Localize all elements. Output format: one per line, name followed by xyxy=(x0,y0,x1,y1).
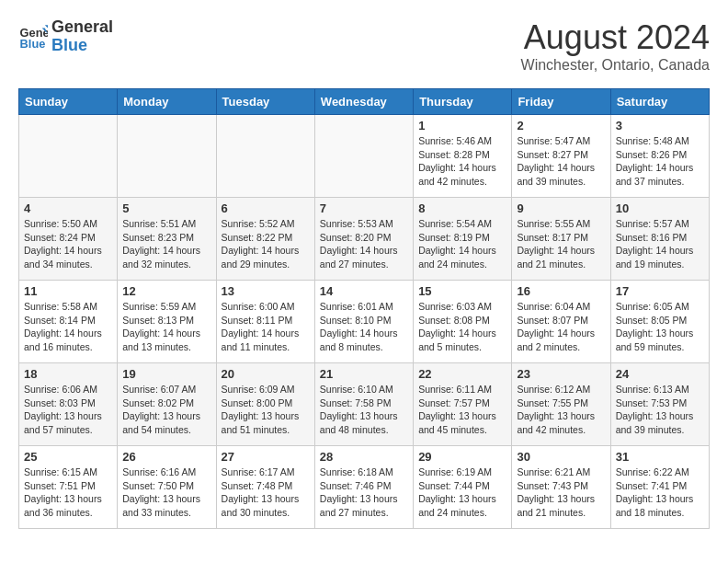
calendar-cell: 18Sunrise: 6:06 AMSunset: 8:03 PMDayligh… xyxy=(19,363,118,446)
logo: General Blue General Blue xyxy=(18,18,113,55)
location-text: Winchester, Ontario, Canada xyxy=(521,57,710,74)
day-info: Sunrise: 6:13 AMSunset: 7:53 PMDaylight:… xyxy=(616,383,704,437)
day-info: Sunrise: 6:12 AMSunset: 7:55 PMDaylight:… xyxy=(517,383,605,437)
day-info: Sunrise: 5:59 AMSunset: 8:13 PMDaylight:… xyxy=(122,300,210,354)
calendar-cell: 17Sunrise: 6:05 AMSunset: 8:05 PMDayligh… xyxy=(610,281,709,363)
page-header: General Blue General Blue August 2024 Wi… xyxy=(18,18,710,74)
day-number: 20 xyxy=(222,367,310,381)
logo-icon: General Blue xyxy=(18,22,48,52)
day-number: 30 xyxy=(517,450,605,464)
calendar-cell: 24Sunrise: 6:13 AMSunset: 7:53 PMDayligh… xyxy=(610,363,709,446)
day-number: 31 xyxy=(616,450,704,464)
day-number: 3 xyxy=(616,119,704,132)
calendar-cell: 9Sunrise: 5:55 AMSunset: 8:17 PMDaylight… xyxy=(512,198,610,281)
calendar-cell: 31Sunrise: 6:22 AMSunset: 7:41 PMDayligh… xyxy=(610,446,709,529)
day-header-sunday: Sunday xyxy=(19,89,118,115)
day-number: 4 xyxy=(24,201,112,215)
day-info: Sunrise: 6:11 AMSunset: 7:57 PMDaylight:… xyxy=(418,383,506,437)
day-info: Sunrise: 6:06 AMSunset: 8:03 PMDaylight:… xyxy=(24,383,112,437)
calendar-cell xyxy=(19,115,118,198)
day-info: Sunrise: 5:50 AMSunset: 8:24 PMDaylight:… xyxy=(24,217,112,271)
day-info: Sunrise: 6:04 AMSunset: 8:07 PMDaylight:… xyxy=(517,300,605,354)
calendar-cell: 15Sunrise: 6:03 AMSunset: 8:08 PMDayligh… xyxy=(414,281,512,363)
calendar-cell: 16Sunrise: 6:04 AMSunset: 8:07 PMDayligh… xyxy=(512,281,610,363)
calendar-week-3: 11Sunrise: 5:58 AMSunset: 8:14 PMDayligh… xyxy=(19,281,710,363)
day-info: Sunrise: 6:10 AMSunset: 7:58 PMDaylight:… xyxy=(320,383,408,437)
calendar-cell: 21Sunrise: 6:10 AMSunset: 7:58 PMDayligh… xyxy=(314,363,413,446)
calendar-cell: 25Sunrise: 6:15 AMSunset: 7:51 PMDayligh… xyxy=(19,446,118,529)
calendar-cell xyxy=(118,115,216,198)
day-number: 11 xyxy=(24,284,112,298)
calendar-cell: 28Sunrise: 6:18 AMSunset: 7:46 PMDayligh… xyxy=(314,446,413,529)
day-number: 15 xyxy=(418,284,506,298)
day-number: 22 xyxy=(418,367,506,381)
day-number: 1 xyxy=(418,119,506,132)
day-info: Sunrise: 5:51 AMSunset: 8:23 PMDaylight:… xyxy=(122,217,210,271)
day-number: 9 xyxy=(517,201,605,215)
day-info: Sunrise: 5:57 AMSunset: 8:16 PMDaylight:… xyxy=(616,217,704,271)
month-year-title: August 2024 xyxy=(521,18,710,57)
calendar-cell: 23Sunrise: 6:12 AMSunset: 7:55 PMDayligh… xyxy=(512,363,610,446)
day-number: 29 xyxy=(418,450,506,464)
day-info: Sunrise: 6:03 AMSunset: 8:08 PMDaylight:… xyxy=(418,300,506,354)
day-number: 13 xyxy=(222,284,310,298)
day-number: 19 xyxy=(122,367,210,381)
calendar-cell: 7Sunrise: 5:53 AMSunset: 8:20 PMDaylight… xyxy=(314,198,413,281)
calendar-cell: 20Sunrise: 6:09 AMSunset: 8:00 PMDayligh… xyxy=(216,363,314,446)
day-number: 28 xyxy=(320,450,408,464)
day-info: Sunrise: 5:52 AMSunset: 8:22 PMDaylight:… xyxy=(222,217,310,271)
day-number: 16 xyxy=(517,284,605,298)
calendar-cell: 14Sunrise: 6:01 AMSunset: 8:10 PMDayligh… xyxy=(314,281,413,363)
day-number: 7 xyxy=(320,201,408,215)
day-number: 25 xyxy=(24,450,112,464)
day-info: Sunrise: 6:16 AMSunset: 7:50 PMDaylight:… xyxy=(122,465,210,520)
day-number: 26 xyxy=(122,450,210,464)
day-number: 5 xyxy=(122,201,210,215)
day-info: Sunrise: 6:19 AMSunset: 7:44 PMDaylight:… xyxy=(418,465,506,520)
calendar-cell: 12Sunrise: 5:59 AMSunset: 8:13 PMDayligh… xyxy=(118,281,216,363)
calendar-week-4: 18Sunrise: 6:06 AMSunset: 8:03 PMDayligh… xyxy=(19,363,710,446)
calendar-cell: 5Sunrise: 5:51 AMSunset: 8:23 PMDaylight… xyxy=(118,198,216,281)
day-number: 14 xyxy=(320,284,408,298)
calendar-cell: 27Sunrise: 6:17 AMSunset: 7:48 PMDayligh… xyxy=(216,446,314,529)
calendar-cell: 6Sunrise: 5:52 AMSunset: 8:22 PMDaylight… xyxy=(216,198,314,281)
day-number: 24 xyxy=(616,367,704,381)
calendar-cell xyxy=(216,115,314,198)
calendar-cell: 22Sunrise: 6:11 AMSunset: 7:57 PMDayligh… xyxy=(414,363,512,446)
day-info: Sunrise: 5:48 AMSunset: 8:26 PMDaylight:… xyxy=(616,134,704,189)
calendar-cell: 3Sunrise: 5:48 AMSunset: 8:26 PMDaylight… xyxy=(610,115,709,198)
calendar-cell: 30Sunrise: 6:21 AMSunset: 7:43 PMDayligh… xyxy=(512,446,610,529)
day-info: Sunrise: 5:55 AMSunset: 8:17 PMDaylight:… xyxy=(517,217,605,271)
svg-text:Blue: Blue xyxy=(20,37,46,51)
day-number: 17 xyxy=(616,284,704,298)
day-info: Sunrise: 5:47 AMSunset: 8:27 PMDaylight:… xyxy=(517,134,605,189)
day-info: Sunrise: 6:01 AMSunset: 8:10 PMDaylight:… xyxy=(320,300,408,354)
calendar-cell: 19Sunrise: 6:07 AMSunset: 8:02 PMDayligh… xyxy=(118,363,216,446)
calendar-cell: 10Sunrise: 5:57 AMSunset: 8:16 PMDayligh… xyxy=(610,198,709,281)
day-header-wednesday: Wednesday xyxy=(314,89,413,115)
logo-blue-text: Blue xyxy=(51,37,113,55)
day-number: 2 xyxy=(517,119,605,132)
calendar-cell: 8Sunrise: 5:54 AMSunset: 8:19 PMDaylight… xyxy=(414,198,512,281)
day-header-tuesday: Tuesday xyxy=(216,89,314,115)
day-number: 12 xyxy=(122,284,210,298)
day-info: Sunrise: 5:58 AMSunset: 8:14 PMDaylight:… xyxy=(24,300,112,354)
day-info: Sunrise: 6:00 AMSunset: 8:11 PMDaylight:… xyxy=(222,300,310,354)
day-header-saturday: Saturday xyxy=(610,89,709,115)
logo-text: General Blue xyxy=(51,18,113,55)
day-number: 6 xyxy=(222,201,310,215)
logo-general-text: General xyxy=(51,18,113,37)
day-info: Sunrise: 6:07 AMSunset: 8:02 PMDaylight:… xyxy=(122,383,210,437)
day-info: Sunrise: 6:15 AMSunset: 7:51 PMDaylight:… xyxy=(24,465,112,520)
day-info: Sunrise: 6:18 AMSunset: 7:46 PMDaylight:… xyxy=(320,465,408,520)
header-row: SundayMondayTuesdayWednesdayThursdayFrid… xyxy=(19,89,710,115)
day-info: Sunrise: 6:09 AMSunset: 8:00 PMDaylight:… xyxy=(222,383,310,437)
day-info: Sunrise: 6:05 AMSunset: 8:05 PMDaylight:… xyxy=(616,300,704,354)
day-info: Sunrise: 6:21 AMSunset: 7:43 PMDaylight:… xyxy=(517,465,605,520)
calendar-week-1: 1Sunrise: 5:46 AMSunset: 8:28 PMDaylight… xyxy=(19,115,710,198)
day-number: 18 xyxy=(24,367,112,381)
day-info: Sunrise: 6:22 AMSunset: 7:41 PMDaylight:… xyxy=(616,465,704,520)
day-number: 23 xyxy=(517,367,605,381)
day-header-thursday: Thursday xyxy=(414,89,512,115)
calendar-cell: 1Sunrise: 5:46 AMSunset: 8:28 PMDaylight… xyxy=(414,115,512,198)
